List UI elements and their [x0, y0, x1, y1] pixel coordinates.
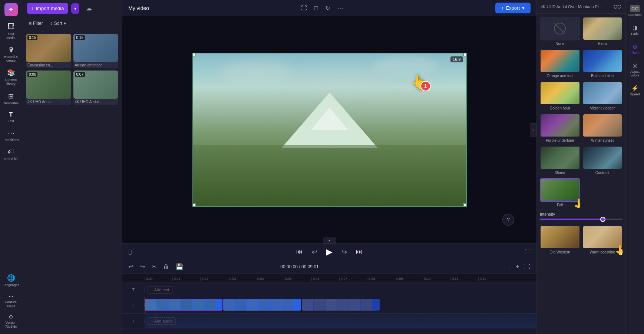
video-controls: ⌷ ⏮ ↩ ▶ ↪ ⏭ ⛶ — [122, 243, 536, 260]
resize-handle-br[interactable] — [463, 203, 467, 207]
trim-tool-button[interactable]: □ — [312, 3, 320, 13]
sidebar-item-record-create[interactable]: 🎙 Record & create — [1, 44, 21, 65]
ruler-mark: 0:02 — [200, 277, 228, 281]
ruler-mark: 0:07 — [339, 277, 367, 281]
media-item-label: 4K UHD Aerial... — [73, 99, 119, 105]
undo-button[interactable]: ↩ — [127, 262, 135, 271]
resize-handle-tr[interactable] — [463, 53, 467, 56]
media-item-caucasian[interactable]: 0:15 Caucasian co... — [26, 34, 71, 68]
crop-tool-button[interactable]: ⛶ — [299, 3, 309, 13]
filter-old-western[interactable]: Old Western — [540, 225, 580, 255]
video-clip-1[interactable] — [145, 299, 222, 311]
add-text-button[interactable]: + Add text — [148, 286, 172, 294]
check-icon: ✓ — [113, 92, 117, 97]
filter-bold-blue[interactable]: Bold and blue — [582, 49, 623, 79]
media-icon: 🎞 — [8, 23, 14, 31]
sidebar-item-label: Templates — [3, 101, 19, 105]
expand-timeline-button[interactable]: ⛶ — [522, 262, 532, 271]
filter-warm-coastline[interactable]: Warm coastline 👆 3 — [582, 225, 623, 255]
redo-button[interactable]: ↪ — [138, 262, 147, 271]
sidebar-item-version[interactable]: ⊙ Version 73c5f8c — [1, 312, 21, 331]
import-dropdown-button[interactable]: ▾ — [71, 3, 79, 14]
help-button[interactable]: ? — [502, 214, 514, 226]
skip-forward-button[interactable]: ⏭ — [354, 246, 364, 257]
sidebar-item-templates[interactable]: ⊞ Templates — [1, 90, 21, 108]
filter-button[interactable]: ≡ Filter — [27, 19, 45, 27]
resize-handle-bl[interactable] — [192, 203, 196, 207]
filter-vibrant-vlogger[interactable]: Vibrant vlogger — [582, 81, 623, 111]
intensity-section: Intensity — [540, 210, 622, 223]
media-item-4k-1[interactable]: 0:08 ✓ 4K UHD Aerial... — [26, 71, 71, 105]
forward-button[interactable]: ↪ — [340, 246, 349, 258]
filter-35mm[interactable]: 35mm — [540, 146, 580, 176]
video-clip-3[interactable] — [302, 299, 380, 311]
sidebar-item-content-library[interactable]: 📚 Content library — [1, 66, 21, 88]
speed-icon: ⚡ — [631, 85, 639, 92]
filter-retro[interactable]: Retro — [582, 17, 623, 47]
filter-label-retro: Retro — [582, 40, 623, 47]
media-item-4k-2[interactable]: 0:07 ✓ 4K UHD Aerial... — [73, 71, 119, 105]
filters-tool[interactable]: ⊛ Filters — [627, 41, 643, 57]
filter-none[interactable]: None — [540, 17, 580, 47]
cc-button[interactable]: CC — [613, 3, 622, 10]
record-icon: 🎙 — [8, 46, 14, 54]
adjust-colors-icon: ◎ — [633, 62, 638, 69]
ruler-mark: 0:11 — [450, 277, 478, 281]
zoom-in-button[interactable]: + — [514, 262, 521, 271]
cloud-icon-btn[interactable]: ☁ — [84, 3, 94, 13]
captions-label: Captions — [628, 13, 642, 17]
filter-thumbnail-old-western — [540, 225, 580, 249]
skip-back-button[interactable]: ⏮ — [295, 246, 304, 257]
more-tools-button[interactable]: ⋯ — [335, 3, 346, 13]
filter-fall[interactable]: Fall 👆 2 — [540, 178, 580, 208]
delete-button[interactable]: 🗑 — [161, 262, 171, 271]
filters-icon: ⊛ — [633, 43, 637, 50]
filter-purple-undertone[interactable]: Purple undertone — [540, 114, 580, 144]
sort-icon: ↕ — [50, 21, 53, 26]
filter-label-winter: Winter sunset — [582, 137, 623, 144]
slider-thumb[interactable] — [600, 217, 605, 222]
audio-track-label: ♪ — [122, 319, 145, 323]
sidebar-item-text[interactable]: T Text — [1, 109, 21, 125]
header-right: ↑ Export ▾ — [495, 3, 531, 13]
fade-tool[interactable]: ◑ Fade — [627, 22, 643, 38]
timeline: ↩ ↪ ✂ 🗑 💾 00:00.00 / 00:09.01 - + ⛶ 0:00… — [122, 260, 536, 334]
filter-label-old-western: Old Western — [540, 249, 580, 255]
fullscreen-button[interactable]: ⛶ — [525, 249, 531, 255]
filter-orange-teal[interactable]: Orange and teal — [540, 49, 580, 79]
sidebar-item-transitions[interactable]: ⋯ Transitions — [1, 127, 21, 144]
import-media-button[interactable]: ↑ Import media — [27, 3, 68, 14]
rotate-tool-button[interactable]: ↻ — [323, 3, 332, 13]
captions-tool[interactable]: CC Captions — [627, 3, 643, 19]
rewind-button[interactable]: ↩ — [310, 246, 319, 258]
media-item-african[interactable]: 0:15 African american... — [73, 34, 119, 68]
adjust-colors-label: Adjust colors — [628, 70, 642, 77]
video-preview-area: 16:9 ? › ▾ 👆 1 — [122, 16, 536, 243]
ruler-mark: 0:10 — [423, 277, 450, 281]
media-grid: 0:15 Caucasian co... 0:15 African americ… — [22, 30, 122, 109]
save-button[interactable]: 💾 — [174, 262, 185, 271]
play-button[interactable]: ▶ — [325, 246, 334, 258]
filter-thumbnail-retro — [582, 17, 623, 40]
resize-handle-tl[interactable] — [192, 53, 196, 56]
speed-tool[interactable]: ⚡ Speed — [627, 82, 643, 98]
screenshot-button[interactable]: ⌷ — [128, 249, 132, 255]
filter-golden-hour[interactable]: Golden hour — [540, 81, 580, 111]
adjust-colors-tool[interactable]: ◎ Adjust colors — [627, 60, 643, 79]
cut-button[interactable]: ✂ — [150, 262, 158, 271]
zoom-out-button[interactable]: - — [506, 262, 512, 271]
sidebar-item-languages[interactable]: 🌐 Languages — [1, 272, 21, 289]
video-clip-2[interactable] — [223, 299, 301, 311]
sort-button[interactable]: ↕ Sort ▾ — [48, 19, 68, 27]
intensity-slider[interactable] — [540, 219, 622, 220]
flags-icon: ··· — [9, 293, 13, 299]
collapse-bottom-button[interactable]: ▾ — [323, 238, 336, 243]
expand-panel-button[interactable]: › — [530, 123, 536, 137]
sidebar-item-your-media[interactable]: 🎞 Your media — [1, 21, 21, 42]
add-audio-button[interactable]: + Add audio — [148, 317, 176, 325]
export-button[interactable]: ↑ Export ▾ — [495, 3, 531, 13]
sidebar-item-feature-flags[interactable]: ··· Feature Flags — [1, 291, 21, 311]
sidebar-item-brand-kit[interactable]: 🏷 Brand kit — [1, 146, 21, 163]
filter-winter-sunset[interactable]: Winter sunset — [582, 114, 623, 144]
filter-contrast[interactable]: Contrast — [582, 146, 623, 176]
